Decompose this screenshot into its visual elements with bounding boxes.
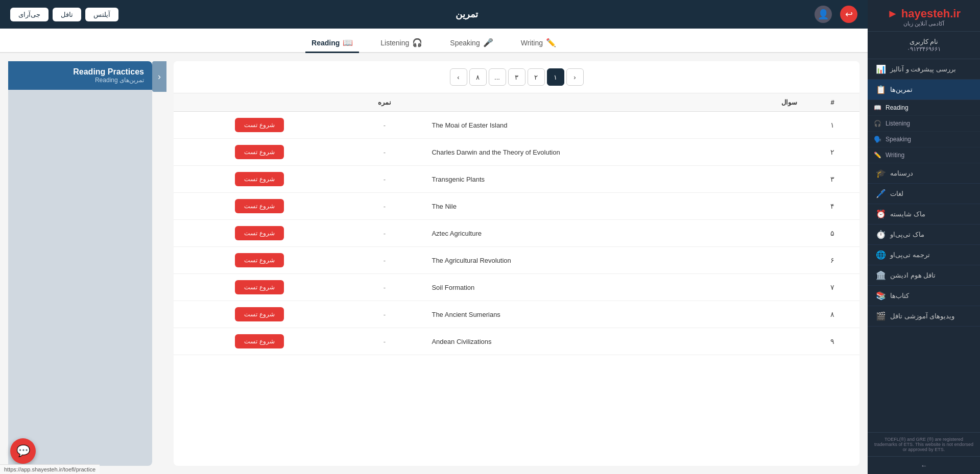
col-score: نمره: [345, 93, 423, 112]
tab-speaking[interactable]: 🎤 Speaking: [444, 34, 499, 53]
row-action-0: شروع تست: [174, 112, 345, 139]
sidebar-sub-icon-listening: 🎧: [874, 120, 881, 127]
sidebar-sub-label-reading: Reading: [886, 104, 909, 111]
panel-collapse-arrow[interactable]: ‹: [152, 61, 166, 92]
sidebar-item-label-curriculum: درسنامه: [890, 169, 913, 177]
row-action-2: شروع تست: [174, 166, 345, 193]
sidebar-item-icon-mock: ⏰: [876, 209, 886, 219]
sidebar-item-label-mock_toefl: ماک تی‌پی‌او: [890, 231, 924, 238]
sidebar-item-mock[interactable]: ماک شایسته ⏰: [868, 204, 980, 224]
sidebar-item-progress[interactable]: بررسی پیشرفت و آنالیز 📊: [868, 59, 980, 80]
sidebar-sub-listening[interactable]: Listening 🎧: [868, 116, 980, 132]
start-test-btn-8[interactable]: شروع تست: [235, 334, 283, 348]
page-next[interactable]: ›: [450, 68, 467, 86]
page-prev[interactable]: ‹: [566, 68, 584, 86]
sidebar-item-label-progress: بررسی پیشرفت و آنالیز: [890, 65, 956, 73]
sidebar-sub-icon-reading: 📖: [874, 104, 881, 111]
start-test-btn-5[interactable]: شروع تست: [235, 253, 283, 267]
page-1[interactable]: ۱: [547, 68, 564, 86]
sidebar-item-icon-translate: 🌐: [876, 250, 886, 260]
sidebar-item-curriculum[interactable]: درسنامه 🎓: [868, 163, 980, 184]
row-num-4: ۵: [805, 220, 859, 247]
reading-tab-icon: 📖: [343, 38, 353, 47]
row-action-4: شروع تست: [174, 220, 345, 247]
toefl-button[interactable]: تافل: [53, 8, 81, 21]
page-3[interactable]: ۳: [508, 68, 525, 86]
sidebar-item-exercises[interactable]: تمرین‌ها 📋: [868, 80, 980, 100]
sidebar-item-icon-exercises: 📋: [876, 85, 886, 94]
tab-writing[interactable]: ✏️ Writing: [515, 34, 562, 53]
row-action-6: شروع تست: [174, 274, 345, 301]
sidebar-sub-speaking[interactable]: Speaking 🗣️: [868, 132, 980, 147]
sidebar-sub-icon-writing: ✏️: [874, 152, 881, 159]
start-test-btn-3[interactable]: شروع تست: [235, 199, 283, 213]
start-test-btn-6[interactable]: شروع تست: [235, 280, 283, 294]
table-section: ‹ ۱ ۲ ۳ ... ۸ › # سوال نمره: [174, 61, 859, 466]
start-test-btn-4[interactable]: شروع تست: [235, 226, 283, 240]
sidebar-sub-writing[interactable]: Writing ✏️: [868, 147, 980, 163]
table-row: ۲ Charles Darwin and the Theory of Evolu…: [174, 139, 859, 166]
table-row: ۹ Andean Civilizations - شروع تست: [174, 328, 859, 355]
col-num: #: [805, 93, 859, 112]
col-action: [174, 93, 345, 112]
url-bar: https://app.shayesteh.ir/toefl/practice: [0, 464, 100, 474]
table-row: ۸ The Ancient Sumerians - شروع تست: [174, 301, 859, 328]
start-test-btn-0[interactable]: شروع تست: [235, 118, 283, 132]
start-test-btn-1[interactable]: شروع تست: [235, 145, 283, 159]
page-title: تمرین: [118, 9, 815, 20]
row-score-4: -: [345, 220, 423, 247]
tab-writing-label: Writing: [521, 39, 543, 47]
row-question-0: The Moai of Easter Island: [423, 112, 805, 139]
sidebar-item-label-translate: ترجمه تی‌پی‌او: [890, 251, 930, 259]
table-header: # سوال نمره: [174, 93, 859, 112]
sidebar-item-toefl_home[interactable]: تافل هوم ادیشن 🏛️: [868, 265, 980, 286]
row-score-0: -: [345, 112, 423, 139]
tab-speaking-label: Speaking: [450, 39, 480, 47]
tab-listening-label: Listening: [380, 39, 409, 47]
practice-table: # سوال نمره ۱ The Moai of Easter Island …: [174, 93, 859, 355]
sidebar-item-vocab[interactable]: لغات 🖊️: [868, 184, 980, 204]
sidebar-sub-icon-speaking: 🗣️: [874, 136, 881, 143]
jayarai-button[interactable]: جی‌آرای: [10, 8, 49, 21]
start-test-btn-7[interactable]: شروع تست: [235, 307, 283, 321]
main-area: ↩ 👤 تمرین آیلتس تافل جی‌آرای ✏️ Writing …: [0, 0, 868, 474]
right-panel-header-text: Reading Practices تمرین‌های Reading: [73, 67, 144, 84]
content-area: ‹ ۱ ۲ ۳ ... ۸ › # سوال نمره: [0, 53, 868, 474]
sidebar-sub-label-writing: Writing: [886, 152, 904, 159]
sidebar-sub-reading[interactable]: Reading 📖: [868, 100, 980, 116]
row-action-3: شروع تست: [174, 193, 345, 220]
row-num-2: ۳: [805, 166, 859, 193]
tab-listening[interactable]: 🎧 Listening: [374, 34, 428, 53]
chat-bubble[interactable]: 💬: [10, 438, 36, 464]
row-question-6: Soil Formation: [423, 274, 805, 301]
page-8[interactable]: ۸: [469, 68, 487, 86]
sidebar-item-label-toefl_home: تافل هوم ادیشن: [890, 271, 936, 279]
sidebar-item-icon-curriculum: 🎓: [876, 168, 886, 178]
sidebar-item-mock_toefl[interactable]: ماک تی‌پی‌او ⏱️: [868, 224, 980, 245]
speaking-tab-icon: 🎤: [483, 38, 493, 47]
sidebar: ► hayesteh.ir آکادمی آنلاین زبان نام کار…: [868, 0, 980, 474]
sidebar-sub-label-listening: Listening: [886, 120, 910, 127]
page-2[interactable]: ۲: [528, 68, 545, 86]
row-question-4: Aztec Agriculture: [423, 220, 805, 247]
sidebar-user: نام کاربری ۰۹۱۲۳۴۶۹۶۶۱: [868, 32, 980, 59]
sidebar-item-books[interactable]: کتاب‌ها 📚: [868, 286, 980, 306]
username: نام کاربری: [876, 38, 972, 45]
sidebar-item-icon-progress: 📊: [876, 64, 886, 74]
sidebar-collapse-arrow[interactable]: ←: [921, 462, 927, 469]
start-test-btn-2[interactable]: شروع تست: [235, 172, 283, 186]
sidebar-item-icon-videos: 🎬: [876, 311, 886, 321]
sidebar-item-videos[interactable]: ویدیوهای آموزشی تافل 🎬: [868, 306, 980, 327]
ielts-button[interactable]: آیلتس: [85, 8, 118, 21]
row-action-1: شروع تست: [174, 139, 345, 166]
table-row: ۶ The Agricultural Revolution - شروع تست: [174, 247, 859, 274]
row-question-8: Andean Civilizations: [423, 328, 805, 355]
sidebar-sub-label-speaking: Speaking: [886, 136, 911, 143]
row-question-5: The Agricultural Revolution: [423, 247, 805, 274]
tab-reading[interactable]: 📖 Reading: [305, 34, 359, 53]
sidebar-item-icon-mock_toefl: ⏱️: [876, 230, 886, 239]
sidebar-item-label-exercises: تمرین‌ها: [890, 86, 913, 93]
sidebar-item-translate[interactable]: ترجمه تی‌پی‌او 🌐: [868, 245, 980, 265]
top-nav-left: ↩ 👤: [815, 6, 857, 23]
exit-button[interactable]: ↩: [840, 6, 857, 23]
